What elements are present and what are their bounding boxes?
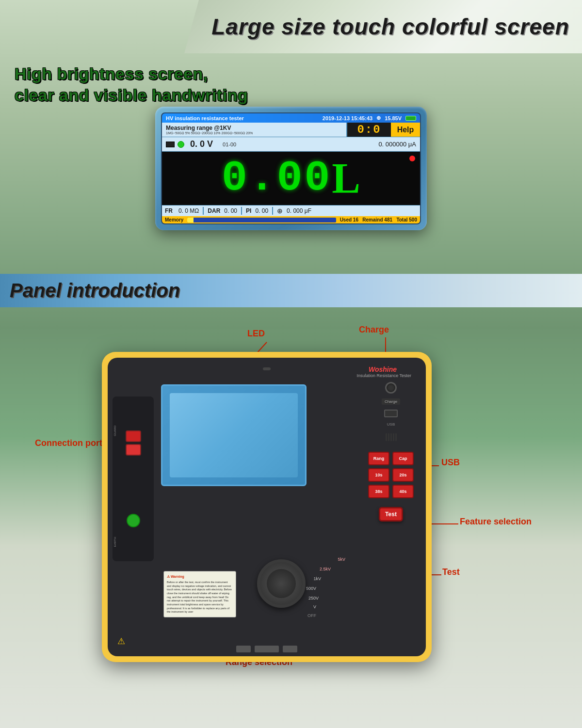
button-cap[interactable]: Cap — [392, 452, 414, 465]
device-led — [263, 367, 271, 370]
header-title: Large size touch colorful screen — [197, 14, 569, 40]
feature-btn-grid: Rang Cap 10s 20s 38s 40s — [368, 452, 414, 498]
screen-outer: HV insulation resistance tester 2019-12-… — [155, 107, 427, 230]
volt-250v: 250V — [308, 596, 319, 601]
subtitle-line2: clear and visible handwriting — [15, 84, 572, 106]
logo-2 — [255, 646, 279, 652]
dial-inner — [267, 569, 296, 598]
device-dial[interactable] — [257, 559, 306, 608]
device-brand: Woshine — [369, 365, 397, 373]
measuring-sub: 1MG~50GΩ 5% 50GΩ~200GΩ 10% 200GΩ~500GΩ 2… — [166, 131, 342, 135]
volt-500v: 500V — [306, 586, 316, 591]
help-button[interactable]: Help — [391, 123, 420, 137]
status-sep2 — [241, 207, 242, 215]
subtitle-line1: High brightness screen, — [15, 63, 572, 84]
memory-progress — [187, 218, 336, 222]
port-group-bottom — [127, 514, 140, 527]
warning-text: Before or after the test, must confirm t… — [167, 581, 233, 614]
status-sep1 — [203, 207, 204, 215]
status-cap-val: 0. 000 μF — [287, 207, 311, 214]
screen-row1: Measuring range @1KV 1MG~50GΩ 5% 50GΩ~20… — [162, 123, 420, 137]
annotation-led: LED — [247, 329, 265, 339]
memory-bar: Memory Used 16 Remaind 481 Total 500 — [162, 216, 420, 223]
volt-1kv: 1kV — [313, 576, 321, 581]
memory-fill — [187, 218, 193, 222]
current-reading: 0. 000000 μA — [378, 141, 416, 148]
battery-icon — [405, 116, 416, 121]
device-model: Insulation Resistance Tester — [357, 373, 411, 378]
usb-port — [384, 410, 398, 417]
warning-title: ⚠ Warning — [167, 574, 233, 579]
screen-title: HV insulation resistance tester — [166, 115, 244, 121]
panel-title: Panel introduction — [10, 280, 180, 301]
screen-topbar-right: 2019-12-13 15:45:43 ⊕ 15.85V — [323, 115, 416, 121]
device-screen-inner — [170, 393, 298, 477]
device-right-panel: Charge USB — [362, 382, 420, 522]
annotation-connection: Connection port — [35, 438, 102, 448]
port-red-2 — [126, 444, 141, 456]
indicator-green — [178, 141, 184, 148]
button-40s[interactable]: 40s — [392, 485, 414, 498]
status-dar-label: DAR — [208, 207, 220, 214]
status-fr-label: FR — [165, 207, 173, 214]
annotation-test: Test — [442, 567, 460, 577]
button-38s[interactable]: 38s — [368, 485, 389, 498]
main-L: L — [332, 157, 360, 200]
battery-bar — [405, 116, 416, 121]
volt-reading: 0. 0 V — [190, 139, 213, 149]
warning-triangle-bottom: ⚠ — [117, 636, 125, 647]
speaker-grill — [386, 433, 397, 441]
header-banner: Large size touch colorful screen — [184, 0, 582, 53]
device-inner: Woshine Insulation Resistance Tester — [108, 358, 426, 656]
charge-port — [385, 382, 397, 394]
port-group-top — [126, 430, 141, 456]
screen-main-display: 0.00 L — [162, 152, 420, 205]
screen-status-row: FR 0. 0 MΩ DAR 0. 00 PI 0. 00 ⊕ 0. 000 μ… — [162, 205, 420, 216]
device-bottom-logos — [236, 646, 297, 652]
status-fr-val: 0. 0 MΩ — [178, 207, 199, 214]
volt-off: OFF — [307, 613, 316, 618]
screen-row2: 0. 0 V 01-00 0. 000000 μA — [162, 137, 420, 152]
subtitle-section: High brightness screen, clear and visibl… — [5, 56, 582, 113]
timer-display: 0:0 — [357, 123, 381, 136]
logo-1 — [236, 646, 251, 652]
memory-label: Memory — [165, 217, 183, 222]
screen-inner: HV insulation resistance tester 2019-12-… — [161, 112, 421, 224]
measuring-title: Measuring range @1KV — [166, 125, 342, 131]
volt-5kv: 5kV — [338, 557, 345, 562]
logo-3 — [283, 646, 297, 652]
status-sep3 — [272, 207, 273, 215]
measuring-box: Measuring range @1KV 1MG~50GΩ 5% 50GΩ~20… — [162, 123, 347, 137]
charge-label: Charge — [382, 398, 400, 405]
status-cap-icon: ⊕ — [277, 207, 283, 215]
wifi-icon: ⊕ — [376, 115, 381, 121]
volt-v: V — [313, 604, 316, 609]
button-20s[interactable]: 20s — [392, 468, 414, 482]
annotation-feature: Feature selection — [460, 517, 532, 527]
button-rang[interactable]: Rang — [368, 452, 389, 465]
device-body: Woshine Insulation Resistance Tester — [102, 352, 432, 662]
annotation-charge: Charge — [359, 325, 389, 335]
port-label-guard: GUARD — [113, 426, 116, 436]
status-pi-label: PI — [246, 207, 251, 214]
status-dar-val: 0. 00 — [224, 207, 237, 214]
volt-2_5kv: 2.5kV — [320, 567, 331, 571]
screen-voltage: 15.85V — [385, 115, 402, 121]
timer-box: 0:0 — [347, 123, 391, 137]
channel-label: 01-00 — [223, 142, 236, 147]
port-label-earth: EARTH — [113, 537, 116, 547]
screen-datetime: 2019-12-13 15:45:43 — [323, 115, 372, 121]
red-dot-indicator — [409, 156, 415, 161]
test-button[interactable]: Test — [379, 507, 403, 522]
indicator-black — [166, 142, 175, 147]
device-left-panel: GUARD EARTH — [113, 396, 154, 561]
screen-topbar: HV insulation resistance tester 2019-12-… — [162, 113, 420, 123]
screen-mockup: HV insulation resistance tester 2019-12-… — [155, 107, 427, 230]
device-container: LED Charge Connection port USB Feature s… — [24, 323, 558, 720]
device-section: LED Charge Connection port USB Feature s… — [0, 315, 582, 728]
status-pi-val: 0. 00 — [255, 207, 268, 214]
volt-indicators — [166, 141, 184, 148]
warning-label: ⚠ Warning Before or after the test, must… — [163, 571, 236, 617]
button-10s[interactable]: 10s — [368, 468, 389, 482]
usb-label: USB — [387, 422, 395, 427]
